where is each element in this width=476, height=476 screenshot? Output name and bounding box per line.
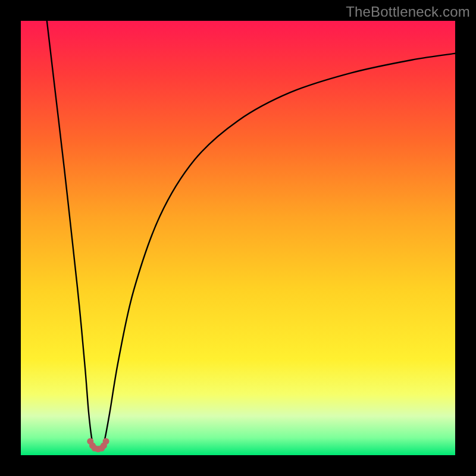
watermark-label: TheBottleneck.com [346,4,470,20]
cusp-dot [103,438,109,444]
chart-frame: TheBottleneck.com [0,0,476,476]
gradient-background [21,21,455,455]
chart-svg [21,21,455,455]
plot-area [21,21,455,455]
